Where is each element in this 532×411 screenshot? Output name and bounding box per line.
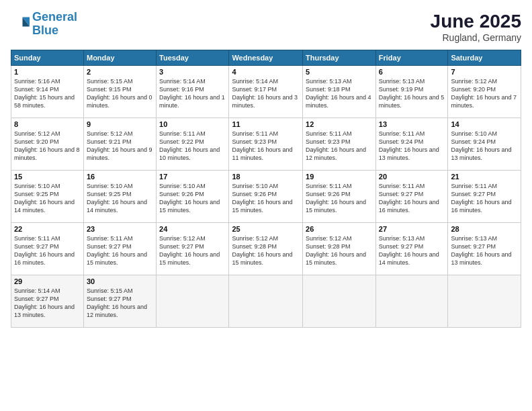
- day-number: 29: [14, 277, 81, 285]
- calendar-header-row: SundayMondayTuesdayWednesdayThursdayFrid…: [11, 50, 521, 66]
- day-number: 20: [379, 173, 445, 181]
- calendar-cell: 20 Sunrise: 5:11 AM Sunset: 9:27 PM Dayl…: [375, 171, 448, 223]
- day-info: Sunrise: 5:10 AM Sunset: 9:25 PM Dayligh…: [14, 182, 81, 215]
- day-header-friday: Friday: [375, 50, 448, 66]
- day-info: Sunrise: 5:12 AM Sunset: 9:20 PM Dayligh…: [14, 130, 81, 163]
- day-info: Sunrise: 5:13 AM Sunset: 9:27 PM Dayligh…: [451, 234, 518, 267]
- calendar-cell: 26 Sunrise: 5:12 AM Sunset: 9:28 PM Dayl…: [303, 223, 376, 275]
- day-number: 18: [232, 173, 300, 181]
- calendar-cell: 4 Sunrise: 5:14 AM Sunset: 9:17 PM Dayli…: [229, 66, 303, 118]
- day-number: 22: [14, 225, 81, 233]
- day-info: Sunrise: 5:11 AM Sunset: 9:27 PM Dayligh…: [451, 182, 518, 215]
- calendar-cell: 11 Sunrise: 5:11 AM Sunset: 9:23 PM Dayl…: [229, 118, 303, 171]
- calendar-cell: [229, 275, 303, 328]
- day-number: 1: [14, 68, 81, 76]
- calendar-cell: 10 Sunrise: 5:11 AM Sunset: 9:22 PM Dayl…: [157, 118, 229, 171]
- page: General Blue June 2025 Rugland, Germany …: [0, 0, 532, 411]
- calendar-week-row: 15 Sunrise: 5:10 AM Sunset: 9:25 PM Dayl…: [11, 171, 521, 223]
- day-number: 15: [14, 173, 81, 181]
- day-info: Sunrise: 5:11 AM Sunset: 9:23 PM Dayligh…: [306, 130, 373, 163]
- day-header-saturday: Saturday: [448, 50, 521, 66]
- day-info: Sunrise: 5:12 AM Sunset: 9:28 PM Dayligh…: [232, 234, 300, 267]
- calendar-cell: 19 Sunrise: 5:11 AM Sunset: 9:26 PM Dayl…: [303, 171, 376, 223]
- calendar-cell: 21 Sunrise: 5:11 AM Sunset: 9:27 PM Dayl…: [448, 171, 521, 223]
- day-number: 14: [451, 120, 518, 128]
- header: General Blue June 2025 Rugland, Germany: [11, 11, 521, 43]
- logo-icon: [11, 15, 30, 34]
- day-info: Sunrise: 5:12 AM Sunset: 9:28 PM Dayligh…: [306, 234, 373, 267]
- calendar-cell: 14 Sunrise: 5:10 AM Sunset: 9:24 PM Dayl…: [448, 118, 521, 171]
- calendar-cell: 30 Sunrise: 5:15 AM Sunset: 9:27 PM Dayl…: [83, 275, 156, 328]
- calendar-cell: [157, 275, 229, 328]
- calendar-cell: 8 Sunrise: 5:12 AM Sunset: 9:20 PM Dayli…: [11, 118, 84, 171]
- logo-line2: Blue: [32, 24, 58, 37]
- calendar-cell: [375, 275, 448, 328]
- day-number: 5: [306, 68, 373, 76]
- day-info: Sunrise: 5:14 AM Sunset: 9:17 PM Dayligh…: [232, 77, 300, 110]
- day-info: Sunrise: 5:14 AM Sunset: 9:16 PM Dayligh…: [159, 77, 226, 110]
- calendar-cell: 3 Sunrise: 5:14 AM Sunset: 9:16 PM Dayli…: [157, 66, 229, 118]
- day-info: Sunrise: 5:13 AM Sunset: 9:18 PM Dayligh…: [306, 77, 373, 110]
- day-info: Sunrise: 5:11 AM Sunset: 9:27 PM Dayligh…: [87, 234, 153, 267]
- day-header-tuesday: Tuesday: [157, 50, 229, 66]
- day-info: Sunrise: 5:12 AM Sunset: 9:21 PM Dayligh…: [87, 130, 153, 163]
- day-number: 26: [306, 225, 373, 233]
- calendar-body: 1 Sunrise: 5:16 AM Sunset: 9:14 PM Dayli…: [11, 66, 521, 328]
- day-number: 9: [87, 120, 153, 128]
- location: Rugland, Germany: [431, 32, 521, 43]
- calendar-cell: 17 Sunrise: 5:10 AM Sunset: 9:26 PM Dayl…: [157, 171, 229, 223]
- calendar-cell: 5 Sunrise: 5:13 AM Sunset: 9:18 PM Dayli…: [303, 66, 376, 118]
- day-number: 4: [232, 68, 300, 76]
- logo-text: General Blue: [32, 11, 77, 38]
- day-info: Sunrise: 5:11 AM Sunset: 9:23 PM Dayligh…: [232, 130, 300, 163]
- calendar: SundayMondayTuesdayWednesdayThursdayFrid…: [11, 50, 521, 328]
- calendar-cell: 25 Sunrise: 5:12 AM Sunset: 9:28 PM Dayl…: [229, 223, 303, 275]
- calendar-cell: 1 Sunrise: 5:16 AM Sunset: 9:14 PM Dayli…: [11, 66, 84, 118]
- day-number: 10: [159, 120, 226, 128]
- day-number: 13: [379, 120, 445, 128]
- calendar-cell: 12 Sunrise: 5:11 AM Sunset: 9:23 PM Dayl…: [303, 118, 376, 171]
- calendar-cell: 13 Sunrise: 5:11 AM Sunset: 9:24 PM Dayl…: [375, 118, 448, 171]
- calendar-cell: 27 Sunrise: 5:13 AM Sunset: 9:27 PM Dayl…: [375, 223, 448, 275]
- day-header-monday: Monday: [83, 50, 156, 66]
- day-info: Sunrise: 5:13 AM Sunset: 9:27 PM Dayligh…: [379, 234, 445, 267]
- day-number: 28: [451, 225, 518, 233]
- day-info: Sunrise: 5:10 AM Sunset: 9:24 PM Dayligh…: [451, 130, 518, 163]
- day-info: Sunrise: 5:12 AM Sunset: 9:27 PM Dayligh…: [159, 234, 226, 267]
- calendar-cell: 15 Sunrise: 5:10 AM Sunset: 9:25 PM Dayl…: [11, 171, 84, 223]
- day-header-thursday: Thursday: [303, 50, 376, 66]
- calendar-cell: 29 Sunrise: 5:14 AM Sunset: 9:27 PM Dayl…: [11, 275, 84, 328]
- calendar-cell: 18 Sunrise: 5:10 AM Sunset: 9:26 PM Dayl…: [229, 171, 303, 223]
- day-info: Sunrise: 5:10 AM Sunset: 9:26 PM Dayligh…: [232, 182, 300, 215]
- day-number: 8: [14, 120, 81, 128]
- logo: General Blue: [11, 11, 77, 38]
- day-number: 17: [159, 173, 226, 181]
- day-info: Sunrise: 5:10 AM Sunset: 9:26 PM Dayligh…: [159, 182, 226, 215]
- day-number: 23: [87, 225, 153, 233]
- day-info: Sunrise: 5:15 AM Sunset: 9:15 PM Dayligh…: [87, 77, 153, 110]
- day-number: 12: [306, 120, 373, 128]
- calendar-week-row: 29 Sunrise: 5:14 AM Sunset: 9:27 PM Dayl…: [11, 275, 521, 328]
- day-number: 7: [451, 68, 518, 76]
- calendar-cell: 6 Sunrise: 5:13 AM Sunset: 9:19 PM Dayli…: [375, 66, 448, 118]
- title-block: June 2025 Rugland, Germany: [431, 11, 521, 43]
- day-number: 24: [159, 225, 226, 233]
- calendar-cell: [448, 275, 521, 328]
- day-info: Sunrise: 5:11 AM Sunset: 9:27 PM Dayligh…: [14, 234, 81, 267]
- month-title: June 2025: [431, 11, 521, 32]
- day-number: 11: [232, 120, 300, 128]
- day-info: Sunrise: 5:13 AM Sunset: 9:19 PM Dayligh…: [379, 77, 445, 110]
- day-info: Sunrise: 5:11 AM Sunset: 9:26 PM Dayligh…: [306, 182, 373, 215]
- day-number: 27: [379, 225, 445, 233]
- day-number: 21: [451, 173, 518, 181]
- day-info: Sunrise: 5:11 AM Sunset: 9:22 PM Dayligh…: [159, 130, 226, 163]
- day-info: Sunrise: 5:11 AM Sunset: 9:24 PM Dayligh…: [379, 130, 445, 163]
- day-number: 19: [306, 173, 373, 181]
- day-header-sunday: Sunday: [11, 50, 84, 66]
- calendar-cell: 22 Sunrise: 5:11 AM Sunset: 9:27 PM Dayl…: [11, 223, 84, 275]
- day-number: 16: [87, 173, 153, 181]
- day-info: Sunrise: 5:12 AM Sunset: 9:20 PM Dayligh…: [451, 77, 518, 110]
- day-info: Sunrise: 5:10 AM Sunset: 9:25 PM Dayligh…: [87, 182, 153, 215]
- day-number: 3: [159, 68, 226, 76]
- logo-line1: General: [32, 10, 77, 24]
